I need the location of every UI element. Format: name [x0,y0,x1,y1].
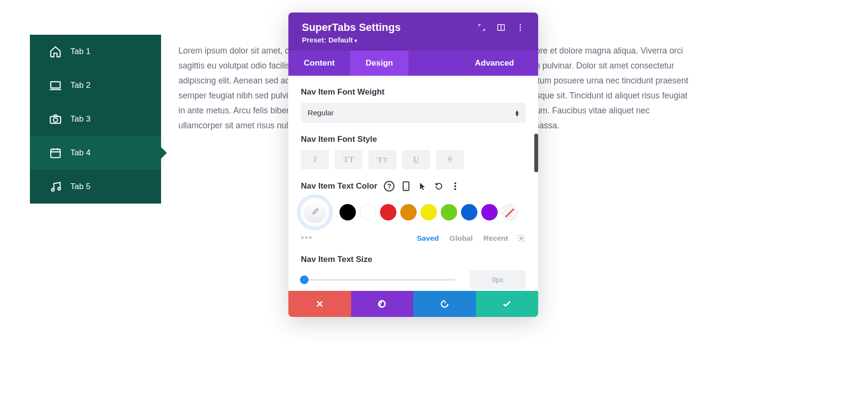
font-weight-label: Nav Item Font Weight [301,87,526,97]
panel-header: SuperTabs Settings Preset: Default [288,13,538,51]
tab-label: Tab 2 [70,81,91,90]
panel-tabs: Content Design Advanced [288,51,538,76]
preset-dropdown[interactable]: Preset: Default [302,36,525,44]
font-weight-value: Regular [308,109,334,117]
tab-content[interactable]: Content [288,51,350,76]
swatch-yellow[interactable] [420,204,437,220]
tab-item-4[interactable]: Tab 4 [30,136,161,170]
underline-button[interactable]: U [402,150,430,169]
swatch-none[interactable] [502,204,518,220]
home-icon [49,45,62,58]
tab-item-1[interactable]: Tab 1 [30,35,161,68]
strikethrough-button[interactable]: S [436,150,464,169]
swatch-red[interactable] [380,204,396,220]
tab-advanced[interactable]: Advanced [460,51,538,76]
svg-point-15 [520,237,523,239]
svg-rect-0 [51,82,60,88]
cursor-icon[interactable] [418,181,427,191]
svg-point-11 [406,189,407,190]
svg-point-13 [454,185,456,187]
music-icon [49,180,62,193]
svg-point-9 [520,29,521,31]
eyedropper-icon [304,201,326,223]
svg-point-8 [520,27,521,28]
svg-point-2 [54,118,58,122]
tab-label: Tab 3 [70,114,91,124]
svg-point-4 [52,189,54,191]
camera-icon [49,113,62,125]
phone-icon[interactable] [401,181,411,191]
swatch-orange[interactable] [400,204,417,220]
tabs-sidebar: Tab 1 Tab 2 Tab 3 Tab 4 Tab 5 [30,35,161,204]
select-caret-icon: ▴▾ [515,110,519,116]
tab-label: Tab 4 [70,148,91,158]
help-icon[interactable]: ? [384,181,394,192]
svg-point-12 [454,182,456,184]
swatch-purple[interactable] [481,204,498,220]
calendar-icon [49,147,62,159]
color-picker-button[interactable] [301,198,329,226]
swatch-black[interactable] [339,204,356,220]
tab-item-3[interactable]: Tab 3 [30,102,161,136]
redo-button[interactable] [413,291,476,317]
italic-button[interactable]: I [301,150,329,169]
cancel-button[interactable] [288,291,351,317]
more-icon[interactable] [450,181,460,191]
text-size-slider[interactable] [301,279,455,281]
palette-tab-saved[interactable]: Saved [417,234,439,243]
tab-item-2[interactable]: Tab 2 [30,68,161,102]
text-color-label-row: Nav Item Text Color ? [301,181,526,192]
svg-point-14 [454,188,456,190]
slider-thumb[interactable] [300,275,309,284]
panel-footer [288,291,538,317]
text-size-input[interactable]: 0px [470,270,526,289]
reset-icon[interactable] [434,181,444,191]
palette-tab-global[interactable]: Global [449,234,473,243]
font-style-label: Nav Item Font Style [301,135,526,144]
tab-item-5[interactable]: Tab 5 [30,170,161,204]
svg-point-7 [520,24,521,26]
palette-tab-recent[interactable]: Recent [483,234,508,243]
text-size-label: Nav Item Text Size [301,255,526,264]
tab-label: Tab 5 [70,182,91,192]
tab-design[interactable]: Design [350,51,408,76]
text-color-label: Nav Item Text Color [301,181,377,191]
swatch-green[interactable] [441,204,457,220]
palette-more-icon[interactable]: ••• [301,233,315,243]
swatch-blue[interactable] [461,204,477,220]
swatch-white[interactable] [360,204,376,220]
panel-title: SuperTabs Settings [302,21,401,34]
kebab-icon[interactable] [516,23,525,32]
svg-point-5 [58,188,60,190]
font-weight-select[interactable]: Regular ▴▾ [301,103,526,123]
gear-icon[interactable] [517,234,526,243]
panel-body: Nav Item Font Weight Regular ▴▾ Nav Item… [288,76,538,291]
scrollbar-thumb[interactable] [534,134,538,172]
columns-icon[interactable] [497,23,505,32]
save-button[interactable] [476,291,539,317]
uppercase-button[interactable]: TT [335,150,363,169]
expand-icon[interactable] [477,23,486,32]
svg-rect-3 [51,149,60,157]
laptop-icon [49,79,62,92]
tab-label: Tab 1 [70,47,91,56]
undo-button[interactable] [351,291,414,317]
smallcaps-button[interactable]: Tᴛ [368,150,396,169]
settings-panel: SuperTabs Settings Preset: Default Conte… [288,13,538,317]
